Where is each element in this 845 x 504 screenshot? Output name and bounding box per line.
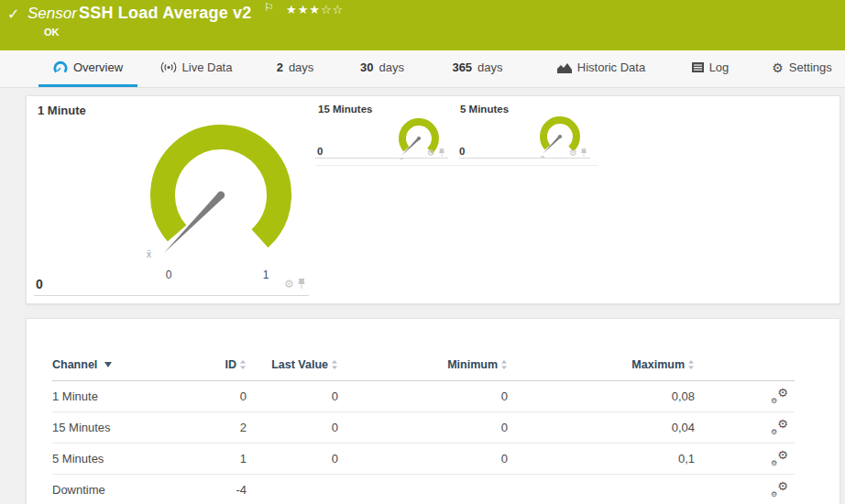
sort-icon bbox=[239, 359, 247, 370]
sort-icon bbox=[500, 359, 508, 370]
channel-id: 2 bbox=[195, 421, 247, 434]
channel-minimum: 0 bbox=[338, 452, 508, 466]
status-check-icon: ✓ bbox=[7, 5, 19, 23]
tab-number: 2 bbox=[277, 60, 283, 74]
table-row: 1 Minute 0 0 0 0,08 ⚙⚙ bbox=[52, 381, 795, 412]
sort-desc-icon bbox=[104, 362, 112, 367]
stars-filled[interactable]: ★★★ bbox=[286, 3, 321, 16]
channel-minimum: 0 bbox=[338, 389, 508, 403]
pin-icon[interactable] bbox=[580, 148, 587, 158]
column-label: Maximum bbox=[631, 358, 685, 371]
gauge-scale-max: 1 bbox=[258, 268, 273, 281]
channel-id: 0 bbox=[195, 389, 247, 403]
stars-empty[interactable]: ☆☆ bbox=[321, 3, 344, 16]
tab-bar: Overview Live Data 2 days 30 days 365 da… bbox=[0, 50, 845, 88]
channel-minimum: 0 bbox=[338, 421, 508, 434]
channel-last-value: 0 bbox=[247, 421, 338, 434]
tab-365-days[interactable]: 365 days bbox=[445, 50, 510, 87]
pin-icon[interactable] bbox=[438, 148, 445, 158]
channel-id: 1 bbox=[195, 452, 247, 466]
column-header-id[interactable]: ID bbox=[195, 358, 247, 371]
area-chart-icon bbox=[557, 62, 572, 73]
gear-icon[interactable]: ⚙ bbox=[427, 148, 435, 158]
tab-label: days bbox=[289, 60, 313, 74]
column-label: Last Value bbox=[271, 358, 328, 371]
channels-panel: Channel ID Last Value Minimum Maximum bbox=[26, 318, 840, 504]
channel-maximum: 0,08 bbox=[508, 389, 695, 403]
gauges-graphic bbox=[27, 96, 840, 303]
column-label: Channel bbox=[52, 358, 97, 371]
column-header-last-value[interactable]: Last Value bbox=[247, 358, 338, 371]
tab-log[interactable]: Log bbox=[687, 50, 733, 87]
tab-2-days[interactable]: 2 days bbox=[271, 50, 319, 87]
primary-gauge-arc bbox=[163, 137, 280, 239]
column-header-maximum[interactable]: Maximum bbox=[508, 358, 695, 371]
channel-name: 15 Minutes bbox=[52, 421, 111, 434]
sort-icon bbox=[331, 359, 338, 370]
gear-icon: ⚙ bbox=[772, 61, 784, 74]
table-header-row: Channel ID Last Value Minimum Maximum bbox=[52, 349, 795, 381]
table-row: 15 Minutes 2 0 0 0,04 ⚙⚙ bbox=[52, 412, 795, 444]
tab-number: 30 bbox=[360, 60, 373, 74]
tab-label: days bbox=[379, 60, 404, 74]
channel-settings-icon[interactable]: ⚙⚙ bbox=[771, 420, 788, 435]
column-label: Minimum bbox=[447, 358, 498, 371]
gauge-icon bbox=[53, 60, 68, 74]
gauge-current-value: 0 bbox=[459, 146, 465, 157]
status-badge: OK bbox=[44, 27, 60, 38]
gauge-corner-actions: ⚙ bbox=[427, 148, 445, 158]
gear-icon[interactable]: ⚙ bbox=[284, 279, 294, 290]
gauges-panel: 1 Minute 0 1 x̄ 0 ⚙ 15 Minutes 0 ⚙ 5 Min… bbox=[26, 95, 840, 304]
tab-label: Settings bbox=[789, 60, 832, 74]
tab-30-days[interactable]: 30 days bbox=[356, 50, 409, 87]
channel-name: Downtime bbox=[52, 483, 105, 497]
tab-historic-data[interactable]: Historic Data bbox=[550, 50, 653, 87]
gauge-title: 1 Minute bbox=[38, 104, 86, 117]
gauge-title: 15 Minutes bbox=[318, 104, 372, 115]
live-data-icon bbox=[160, 61, 177, 73]
gauge-current-value: 0 bbox=[36, 277, 43, 291]
divider bbox=[459, 158, 590, 159]
channel-id: -4 bbox=[195, 483, 247, 497]
channel-maximum: 0,1 bbox=[508, 452, 695, 466]
tab-label: Log bbox=[709, 60, 730, 74]
table-row: 5 Minutes 1 0 0 0,1 ⚙⚙ bbox=[52, 444, 795, 475]
channel-settings-icon[interactable]: ⚙⚙ bbox=[771, 451, 788, 466]
tab-overview[interactable]: Overview bbox=[38, 50, 137, 87]
gauge-5min-arc bbox=[543, 120, 576, 148]
priority-stars[interactable]: ★★★☆☆ bbox=[286, 3, 344, 16]
log-icon bbox=[692, 62, 704, 72]
tab-label: Historic Data bbox=[577, 60, 645, 74]
gauge-15min-arc bbox=[402, 122, 435, 150]
gauge-corner-actions: ⚙ bbox=[569, 148, 587, 158]
divider bbox=[315, 165, 598, 166]
tab-number: 365 bbox=[452, 60, 472, 74]
column-label: ID bbox=[225, 358, 237, 371]
channel-last-value: 0 bbox=[247, 452, 338, 466]
channel-settings-icon[interactable]: ⚙⚙ bbox=[771, 482, 788, 498]
object-kind-label: Sensor bbox=[27, 5, 77, 23]
flag-icon[interactable]: ⚐ bbox=[264, 1, 274, 14]
tab-settings[interactable]: ⚙ Settings bbox=[770, 50, 834, 87]
channel-name: 1 Minute bbox=[52, 389, 98, 403]
gauge-current-value: 0 bbox=[317, 146, 323, 157]
gauge-average-marker: x̄ bbox=[147, 249, 151, 259]
table-row: Downtime -4 ⚙⚙ bbox=[52, 475, 795, 504]
page-title: SSH Load Average v2 bbox=[79, 4, 252, 23]
tab-label: days bbox=[477, 60, 502, 74]
tab-label: Overview bbox=[73, 60, 123, 74]
prtg-sensor-page: ✓ Sensor SSH Load Average v2 ⚐ ★★★☆☆ OK … bbox=[0, 0, 845, 504]
pin-icon[interactable] bbox=[297, 279, 306, 290]
tab-live-data[interactable]: Live Data bbox=[154, 50, 238, 87]
column-header-minimum[interactable]: Minimum bbox=[338, 358, 508, 371]
gear-icon[interactable]: ⚙ bbox=[569, 148, 577, 158]
channel-name: 5 Minutes bbox=[52, 452, 104, 466]
gauge-title: 5 Minutes bbox=[460, 104, 509, 115]
column-header-channel[interactable]: Channel bbox=[52, 358, 195, 371]
channel-settings-icon[interactable]: ⚙⚙ bbox=[771, 389, 788, 404]
channel-maximum: 0,04 bbox=[508, 421, 695, 434]
tab-label: Live Data bbox=[182, 60, 233, 74]
gauge-scale-min: 0 bbox=[161, 268, 176, 281]
divider bbox=[34, 295, 309, 296]
sort-icon bbox=[687, 359, 695, 370]
